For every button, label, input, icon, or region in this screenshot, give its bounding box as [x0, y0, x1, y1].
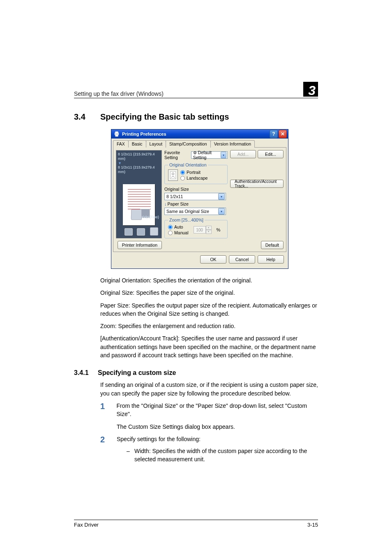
tab-basic[interactable]: Basic — [128, 140, 146, 148]
zoom-group: Zoom [25...400%] Auto Manual 100 — [164, 217, 228, 238]
preview-size-line1: 8 1/2x11 (215.9x279.4 mm) — [118, 152, 160, 161]
tabs-row: FAX Basic Layout Stamp/Composition Versi… — [113, 140, 286, 148]
spinner-down-icon[interactable]: ▾ — [206, 230, 212, 234]
default-button[interactable]: Default — [261, 241, 284, 249]
gear-icon: ⚙ — [193, 150, 197, 155]
section-number: 3.4 — [74, 112, 90, 122]
help-icon[interactable]: ? — [270, 130, 278, 138]
section-title: Specifying the Basic tab settings — [100, 112, 229, 122]
dialog-titlebar: Printing Preferences ? ✕ — [111, 130, 288, 139]
printer-app-icon — [114, 131, 120, 137]
dialog-title: Printing Preferences — [122, 132, 166, 136]
original-size-label: Original Size — [164, 187, 228, 192]
zoom-auto-radio[interactable]: Auto — [168, 224, 188, 229]
paper-size-value: Same as Original Size — [166, 209, 209, 214]
chevron-down-icon: ▾ — [218, 208, 225, 215]
chevron-down-icon: ▾ — [218, 193, 225, 200]
step-1: 1 From the "Original Size" or the "Paper… — [100, 402, 318, 419]
original-orientation-group: Original Orientation Portrait Landscape — [164, 162, 228, 184]
ok-button[interactable]: OK — [200, 255, 226, 264]
favorite-setting-label: Favorite Setting — [164, 150, 189, 160]
paragraph-zoom: Zoom: Specifies the enlargement and redu… — [100, 322, 318, 330]
svg-rect-2 — [115, 135, 118, 136]
zoom-auto-label: Auto — [174, 224, 183, 229]
cancel-button[interactable]: Cancel — [229, 255, 255, 264]
step-2-sub-a-text: Width: Specifies the width of the custom… — [134, 447, 318, 464]
landscape-label: Landscape — [187, 176, 208, 180]
step-2-sub-a: – Width: Specifies the width of the cust… — [127, 447, 318, 464]
portrait-label: Portrait — [187, 170, 201, 175]
subsection-heading: 3.4.1 Specifying a custom size — [74, 369, 318, 377]
orientation-landscape-radio[interactable]: Landscape — [180, 176, 208, 180]
page-footer: Fax Driver 3-15 — [74, 520, 318, 528]
footer-right: 3-15 — [307, 522, 318, 528]
preview-view2-icon[interactable] — [137, 228, 145, 236]
close-icon[interactable]: ✕ — [279, 130, 287, 138]
section-heading: 3.4 Specifying the Basic tab settings — [74, 112, 318, 122]
paper-size-dropdown[interactable]: Same as Original Size ▾ — [164, 208, 226, 215]
zoom-legend: Zoom [25...400%] — [168, 217, 205, 222]
step-1-text: From the "Original Size" or the "Paper S… — [117, 402, 318, 419]
step-2-text: Specify settings for the following: — [117, 435, 201, 443]
zoom-percent-label: % — [217, 227, 221, 232]
running-header: Setting up the fax driver (Windows) — [74, 90, 164, 97]
preview-device-icon — [131, 209, 142, 220]
favorite-edit-button[interactable]: Edit... — [258, 150, 284, 158]
zoom-value-spinner[interactable]: 100 ▴ ▾ — [194, 226, 212, 234]
tab-stamp-composition[interactable]: Stamp/Composition — [166, 140, 211, 148]
tab-fax[interactable]: FAX — [113, 140, 129, 148]
zoom-manual-radio[interactable]: Manual — [168, 230, 188, 235]
original-size-value: 8 1/2x11 — [166, 194, 183, 199]
dash-icon: – — [127, 447, 130, 464]
step-1-result: The Custom Size Settings dialog box appe… — [117, 423, 318, 431]
printer-information-button[interactable]: Printer Information — [118, 241, 162, 249]
tab-version-information[interactable]: Version Information — [210, 140, 255, 148]
favorite-add-button[interactable]: Add... — [230, 150, 256, 158]
preview-size-line2: 8 1/2x11 (215.9x279.4 mm) — [118, 165, 160, 174]
authentication-account-track-button[interactable]: Authentication/Account Track... — [230, 180, 284, 188]
preview-view1-icon[interactable] — [125, 228, 133, 236]
tab-layout[interactable]: Layout — [146, 140, 166, 148]
original-orientation-legend: Original Orientation — [168, 162, 208, 167]
page-preview-panel: 8 1/2x11 (215.9x279.4 mm) ▼ 8 1/2x11 (21… — [116, 150, 162, 238]
original-size-dropdown[interactable]: 8 1/2x11 ▾ — [164, 193, 226, 200]
paper-size-label: Paper Size — [168, 201, 189, 206]
paragraph-orientation: Original Orientation: Specifies the orie… — [100, 276, 318, 284]
portrait-page-icon — [168, 169, 178, 181]
help-button[interactable]: Help — [258, 255, 284, 264]
paragraph-paper-size: Paper Size: Specifies the output paper s… — [100, 301, 318, 318]
printing-preferences-dialog: Printing Preferences ? ✕ FAX Basic Layou… — [111, 129, 288, 269]
preview-detail-icon[interactable] — [150, 227, 158, 236]
orientation-portrait-radio[interactable]: Portrait — [180, 170, 208, 175]
svg-rect-1 — [115, 132, 118, 133]
paragraph-original-size: Original Size: Specifies the paper size … — [100, 289, 318, 297]
chevron-down-icon: ▾ — [221, 152, 226, 158]
footer-left: Fax Driver — [74, 522, 99, 528]
favorite-setting-dropdown[interactable]: ⚙ Default Setting ▾ — [191, 151, 228, 159]
subsection-number: 3.4.1 — [74, 369, 90, 377]
subsection-intro: If sending an original of a custom size,… — [100, 381, 318, 398]
chapter-number-box: 3 — [308, 82, 318, 97]
down-arrow-icon: ↓ — [164, 201, 167, 206]
zoom-value: 100 — [194, 226, 206, 234]
step-2: 2 Specify settings for the following: — [100, 435, 318, 444]
zoom-manual-label: Manual — [174, 230, 188, 235]
paragraph-auth-track: [Authentication/Account Track]: Specifie… — [100, 334, 318, 359]
step-1-number: 1 — [100, 402, 108, 411]
chapter-number: 3 — [308, 83, 318, 98]
subsection-title: Specifying a custom size — [98, 369, 176, 377]
spinner-up-icon[interactable]: ▴ — [206, 226, 212, 230]
step-2-number: 2 — [100, 435, 108, 444]
